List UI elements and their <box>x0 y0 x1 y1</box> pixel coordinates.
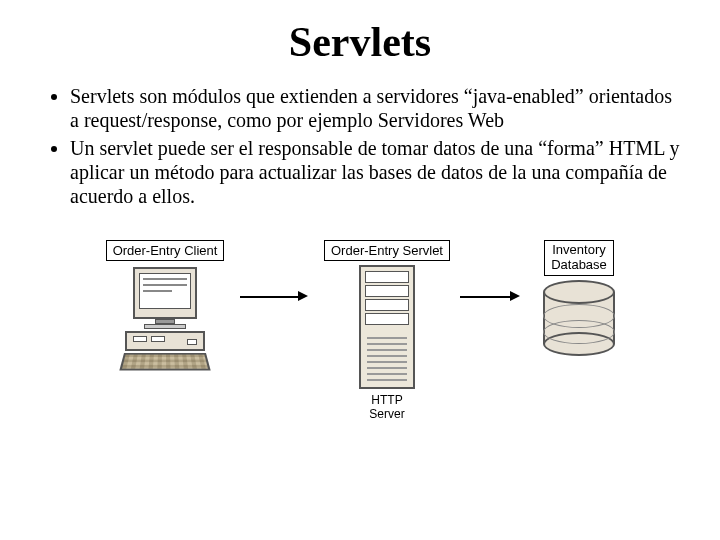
servlet-label: Order-Entry Servlet <box>324 240 450 261</box>
client-node: Order-Entry Client <box>90 240 240 367</box>
database-icon <box>543 280 615 356</box>
server-node: Order-Entry Servlet HTTP Server <box>312 240 462 421</box>
computer-icon <box>120 267 210 367</box>
database-node: Inventory Database <box>524 240 634 356</box>
server-caption: HTTP Server <box>312 393 462 421</box>
bullet-list: Servlets son módulos que extienden a ser… <box>40 84 680 208</box>
bullet-item: Un servlet puede ser el responsable de t… <box>70 136 680 208</box>
slide-title: Servlets <box>40 18 680 66</box>
arrow-icon <box>510 291 520 301</box>
arrow-line <box>460 296 512 298</box>
server-icon <box>359 265 415 389</box>
bullet-item: Servlets son módulos que extienden a ser… <box>70 84 680 132</box>
client-label: Order-Entry Client <box>106 240 225 261</box>
slide: Servlets Servlets son módulos que extien… <box>0 0 720 540</box>
database-label: Inventory Database <box>544 240 614 276</box>
architecture-diagram: Order-Entry Client <box>80 220 640 440</box>
arrow-icon <box>298 291 308 301</box>
arrow-line <box>240 296 300 298</box>
